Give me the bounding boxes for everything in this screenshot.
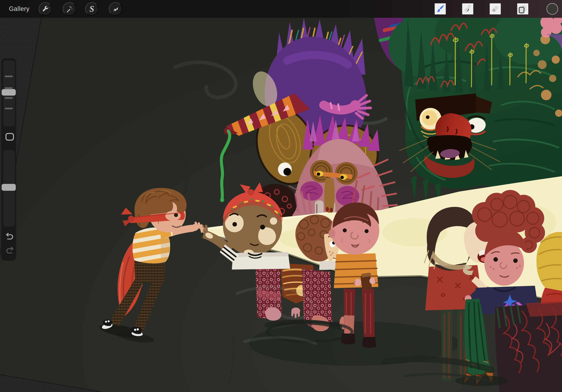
smudge-button[interactable] xyxy=(462,3,473,14)
slider-tick xyxy=(5,108,13,109)
transform-arrow-icon xyxy=(112,5,119,13)
selection-s-icon: S xyxy=(89,5,94,13)
procreate-window: Gallery S xyxy=(0,0,562,392)
erase-button[interactable] xyxy=(490,3,501,14)
modify-square-icon[interactable] xyxy=(5,133,14,141)
undo-button[interactable] xyxy=(5,232,15,241)
top-toolbar: Gallery S xyxy=(0,0,562,18)
adjustments-button[interactable] xyxy=(63,2,76,16)
smudge-finger-icon xyxy=(463,4,473,14)
slider-tick xyxy=(5,97,13,99)
redo-arrow-icon xyxy=(5,246,14,256)
slider-tick xyxy=(5,76,13,77)
eraser-icon xyxy=(490,4,500,14)
sidebar-tools xyxy=(1,58,16,261)
undo-arrow-icon xyxy=(5,232,14,242)
paint-brush-button[interactable] xyxy=(434,3,446,14)
selections-button[interactable]: S xyxy=(85,2,99,16)
color-circle-icon[interactable] xyxy=(546,3,558,15)
redo-button[interactable] xyxy=(5,246,15,255)
gallery-button[interactable]: Gallery xyxy=(9,0,30,18)
layers-button[interactable] xyxy=(517,3,528,14)
brush-size-handle[interactable] xyxy=(2,89,16,96)
transform-button[interactable] xyxy=(109,2,122,16)
green-monster xyxy=(388,6,562,210)
opacity-handle[interactable] xyxy=(2,184,16,191)
brush-icon xyxy=(435,4,445,14)
wrench-icon xyxy=(41,5,49,13)
slider-tick xyxy=(5,87,13,89)
actions-button[interactable] xyxy=(39,2,52,16)
layers-icon xyxy=(518,4,528,14)
canvas-artwork[interactable] xyxy=(0,0,562,392)
magic-wand-icon xyxy=(66,5,73,13)
